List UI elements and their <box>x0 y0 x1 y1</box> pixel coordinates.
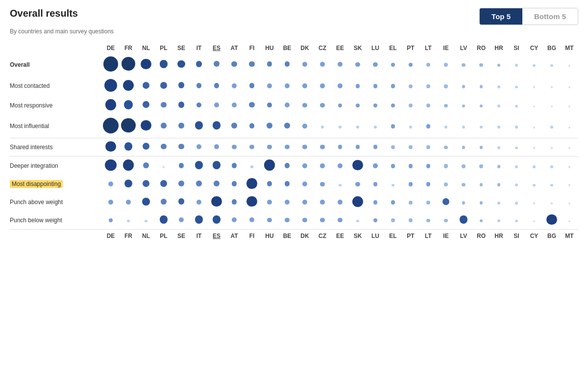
column-header-ie: IE <box>437 43 455 53</box>
bubble <box>320 145 324 149</box>
bubble <box>178 102 185 108</box>
bubble <box>161 199 167 205</box>
bubble <box>462 105 466 108</box>
bubble-cell <box>243 211 261 230</box>
bubble-cell <box>508 96 525 114</box>
bubble-cell <box>490 193 508 211</box>
bubble <box>285 163 290 168</box>
bubble-cell <box>261 53 278 76</box>
bubble <box>285 145 289 149</box>
bubble-cell <box>278 175 296 193</box>
footer-country-mt: MT <box>561 230 578 241</box>
bubble <box>391 84 395 88</box>
bubble-cell <box>155 96 172 114</box>
bubble-cell <box>331 76 349 97</box>
bubble-cell <box>402 76 419 97</box>
bubble <box>409 182 413 186</box>
bubble <box>249 102 255 108</box>
column-header-at: AT <box>225 43 243 53</box>
bubble <box>267 61 272 67</box>
bubble <box>267 145 271 149</box>
bubble <box>373 62 377 67</box>
table-row: Most disappointing <box>10 175 578 193</box>
bubble-cell <box>331 115 349 138</box>
bubble-cell <box>349 96 367 114</box>
bubble-cell <box>296 193 314 211</box>
bubble <box>121 118 135 132</box>
bubble <box>356 126 359 129</box>
bubble <box>246 178 257 188</box>
bubble <box>497 126 500 128</box>
bubble <box>179 163 184 168</box>
bubble-cell <box>384 53 402 76</box>
footer-country-ie: IE <box>437 230 455 241</box>
bubble <box>232 163 237 168</box>
bubble <box>444 84 447 88</box>
bubble <box>568 166 571 168</box>
bubble <box>497 146 500 149</box>
bubble <box>196 61 202 67</box>
bubble-cell <box>296 115 314 138</box>
bubble-cell <box>296 138 314 156</box>
bubble-cell <box>419 138 437 156</box>
bubble <box>105 141 116 152</box>
bubble <box>214 181 220 186</box>
bubble <box>339 184 341 186</box>
bubble <box>409 63 413 67</box>
bubble-cell <box>472 175 490 193</box>
bubble <box>196 144 201 149</box>
bubble-cell <box>102 53 120 76</box>
bubble-cell <box>172 138 190 156</box>
bubble-cell <box>137 53 155 76</box>
footer-country-ee: EE <box>331 230 349 241</box>
bubble <box>374 126 377 129</box>
bubble-cell <box>155 193 172 211</box>
bubble-cell <box>102 211 120 230</box>
bubble-cell <box>508 156 525 175</box>
bubble-cell <box>261 211 278 230</box>
bubble <box>568 105 570 107</box>
bubble <box>462 126 465 129</box>
column-header-cz: CZ <box>314 43 331 53</box>
top5-button[interactable]: Top 5 <box>480 8 522 25</box>
bubble-cell <box>261 76 278 97</box>
bubble <box>515 202 517 204</box>
column-header-se: SE <box>172 43 190 53</box>
bubble-cell <box>384 96 402 114</box>
bubble <box>515 183 518 186</box>
bubble <box>249 61 255 67</box>
bottom5-button[interactable]: Bottom 5 <box>522 8 578 25</box>
bubble-cell <box>419 76 437 97</box>
bubble <box>338 62 343 67</box>
bubble-cell <box>190 211 208 230</box>
bubble-cell <box>384 193 402 211</box>
page-title: Overall results <box>10 8 78 19</box>
bubble-cell <box>278 96 296 114</box>
bubble <box>497 85 500 88</box>
toggle-group[interactable]: Top 5 Bottom 5 <box>479 8 578 25</box>
bubble-cell <box>155 156 172 175</box>
bubble-cell <box>402 138 419 156</box>
bubble <box>426 104 430 107</box>
bubble-cell <box>561 175 578 193</box>
bubble-cell <box>543 53 561 76</box>
bubble <box>533 86 536 88</box>
bubble-cell <box>137 96 155 114</box>
bubble-cell <box>102 175 120 193</box>
bubble <box>391 145 395 149</box>
bubble <box>249 123 255 129</box>
bubble-cell <box>190 138 208 156</box>
bubble-cell <box>120 175 137 193</box>
column-header-pt: PT <box>402 43 419 53</box>
bubble <box>179 217 184 222</box>
bubble <box>460 215 468 224</box>
bubble-cell <box>490 96 508 114</box>
bubble <box>250 165 253 168</box>
bubble <box>338 145 343 149</box>
bubble-cell <box>208 156 225 175</box>
bubble-cell <box>137 76 155 97</box>
bubble-cell <box>208 96 225 114</box>
bubble-cell <box>419 193 437 211</box>
bubble-cell <box>296 175 314 193</box>
bubble-cell <box>508 53 525 76</box>
